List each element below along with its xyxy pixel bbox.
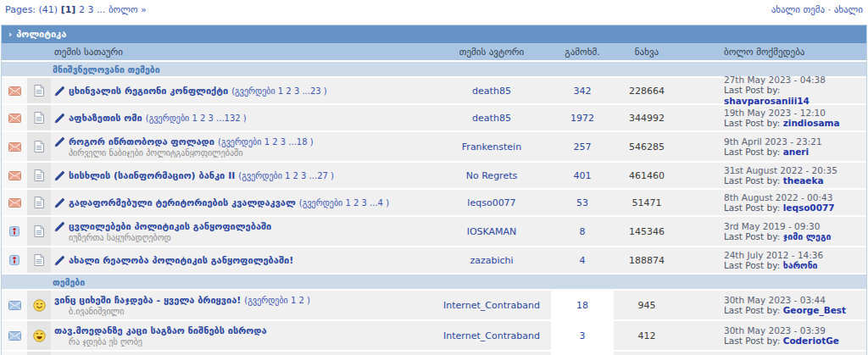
pencil-icon	[54, 113, 65, 124]
topic-title-cell: აფხაზეთის ომი (გვერდები 1 2 3 ...132 )	[51, 105, 432, 130]
topic-views-cell: 228664	[614, 78, 680, 103]
topic-title-cell: გადაფორმებული ტერიტორიების კვალდაკვალ (გ…	[51, 190, 432, 215]
last-post-cell: 24th July 2012 - 14:36 Last Post by: ხარ…	[680, 247, 866, 273]
topic-views-cell: 431	[614, 352, 680, 355]
last-post-cell: 30th May 2023 - 03:18 Last Post by: Grow…	[680, 352, 866, 355]
topic-title-cell: თავ.მოედანზე კაცი საგზაო ნიშნებს ისროდა …	[51, 321, 432, 350]
replies-count: 4	[580, 255, 586, 266]
topic-actions: ახალი თემა · ახალი	[771, 4, 863, 15]
last-post-author-link[interactable]: CoderiotGe	[783, 336, 839, 346]
row-type-cell	[27, 321, 51, 350]
topic-title-cell: ვინც ციხეში ჩაჯდება - ყველა ბრიყვია! (გვ…	[51, 291, 432, 319]
topic-title-link[interactable]: როგორ იწრთობოდა ფოლადი	[69, 136, 214, 147]
topic-author-link[interactable]: leqso0077	[467, 197, 515, 208]
topic-pages-links[interactable]: (გვერდები 1 2 3 ...23 )	[231, 86, 327, 96]
document-icon	[34, 225, 44, 237]
last-post-author-link[interactable]: George_Best	[783, 305, 846, 315]
views-count: 51471	[632, 197, 662, 208]
new-topic-link[interactable]: ახალი თემა	[771, 4, 826, 15]
topic-pages-links[interactable]: (გვერდები 1 2 3 ...132 )	[146, 114, 247, 123]
replies-column-header: გამოხმ.	[551, 47, 614, 58]
topic-author-link[interactable]: No Regrets	[466, 170, 517, 181]
forum-topic-table: › პოლიტიკა თემის სათაური თემის ავტორი გა…	[1, 25, 867, 355]
last-post-by-label: Last Post by:	[724, 202, 780, 213]
row-status-cell	[2, 190, 27, 215]
new-poll-link[interactable]: ახალი	[834, 4, 863, 15]
last-post-date: 3rd May 2019 - 09:30	[724, 221, 866, 231]
topic-title-link[interactable]: ახალი რეალობა პოლიტიკის განყოფილებაში!	[69, 255, 293, 266]
topic-replies-cell: 4	[551, 352, 614, 355]
topic-pages-links[interactable]: (გვერდები 1 2 3 ...27 )	[238, 171, 334, 180]
topic-author-link[interactable]: zazabichi	[470, 255, 513, 266]
topic-author-link[interactable]: Frankenstein	[462, 141, 521, 153]
collapse-arrow-icon[interactable]: ›	[8, 30, 12, 39]
last-post-by-label: Last Post by:	[724, 231, 780, 241]
section-rows: ვინც ციხეში ჩაჯდება - ყველა ბრიყვია! (გვ…	[2, 291, 866, 355]
envelope-orange-icon	[8, 86, 21, 96]
row-type-cell	[27, 78, 51, 103]
section-header: თემები	[2, 275, 866, 289]
last-post-author-link[interactable]: ჯიმი ლეგი	[783, 231, 832, 241]
last-post-author-link[interactable]: ხარონი	[783, 260, 818, 270]
last-post-date: 19th May 2023 - 12:10	[724, 108, 866, 118]
pencil-icon	[54, 136, 65, 147]
envelope-orange-icon	[8, 198, 21, 208]
topic-replies-cell: 401	[551, 163, 614, 188]
topic-author-link[interactable]: death85	[472, 113, 511, 124]
last-post-author-link[interactable]: leqso0077	[783, 202, 835, 213]
topic-row: ცვლილებები პოლიტიკის განყოფილებაში იუზერ…	[2, 217, 866, 246]
last-post-author-link[interactable]: theaeka	[783, 175, 824, 186]
topic-row: როგორ იწრთობოდა ფოლადი (გვერდები 1 2 3 .…	[2, 132, 866, 161]
topic-pages-links[interactable]: (გვერდები 1 2 3 ...18 )	[218, 137, 314, 147]
top-bar: Pages: (41) [1] 2 3 ... ბოლო » ახალი თემ…	[0, 0, 868, 23]
last-post-author-link[interactable]: aneri	[783, 147, 809, 157]
topic-title-link[interactable]: თავ.მოედანზე კაცი საგზაო ნიშნებს ისროდა	[54, 325, 267, 336]
topic-subtitle: ბ.ივანიშვილი	[69, 307, 432, 316]
last-post-cell: 8th August 2022 - 00:43 Last Post by: le…	[680, 190, 866, 215]
author-column-header: თემის ავტორი	[432, 47, 551, 58]
document-icon	[34, 141, 44, 153]
topic-title-link[interactable]: ცვლილებები პოლიტიკის განყოფილებაში	[69, 221, 271, 232]
topic-author-link[interactable]: Internet_Contraband	[443, 300, 540, 311]
topic-pages-links[interactable]: (გვერდები 1 2 )	[244, 296, 310, 305]
replies-count: 53	[576, 197, 588, 208]
topic-views-cell: 945	[614, 291, 680, 319]
replies-count: 257	[574, 141, 592, 153]
topic-pages-links[interactable]: (გვერდები 1 2 3 ...4 )	[299, 198, 389, 208]
document-icon	[34, 85, 44, 97]
envelope-orange-icon	[8, 171, 21, 180]
topic-title-link[interactable]: სისხლის (საინფორმაციო) ბანკი II	[69, 170, 235, 181]
row-type-cell	[27, 352, 51, 355]
topic-title-link[interactable]: ცხინვალის რეგიონი კონფლიქტი	[69, 86, 228, 97]
topic-author-cell: Frankenstein	[432, 132, 551, 161]
views-count: 412	[638, 330, 656, 341]
topic-author-cell: Internet_Contraband	[432, 321, 551, 350]
last-page-link[interactable]: ბოლო »	[108, 4, 147, 15]
page-link-2[interactable]: 2	[79, 4, 85, 15]
topic-views-cell: 188874	[614, 247, 680, 273]
topic-title-link[interactable]: გადაფორმებული ტერიტორიების კვალდაკვალ	[69, 197, 296, 208]
document-icon	[34, 169, 44, 181]
topic-title-cell: სისხლის (საინფორმაციო) ბანკი II (გვერდებ…	[51, 163, 432, 188]
last-post-cell: 30th May 2023 - 03:39 Last Post by: Code…	[680, 321, 866, 350]
topic-replies-cell: 3	[551, 321, 614, 350]
topic-author-link[interactable]: Internet_Contraband	[443, 330, 540, 341]
topic-title-link[interactable]: აფხაზეთის ომი	[69, 113, 142, 124]
last-post-author-link[interactable]: zindiosama	[783, 118, 840, 128]
last-post-cell: 3rd May 2019 - 09:30 Last Post by: ჯიმი …	[680, 217, 866, 246]
topic-author-link[interactable]: death85	[472, 86, 511, 97]
topic-author-link[interactable]: IOSKAMAN	[467, 226, 517, 237]
replies-count: 401	[574, 170, 592, 181]
page-link-3[interactable]: 3	[87, 4, 93, 15]
last-post-cell: 9th April 2023 - 23:21 Last Post by: ane…	[680, 132, 866, 161]
pencil-icon	[54, 197, 65, 208]
topic-subtitle: პირველი ნაბიჯები პოლიტგანყოფილებაში	[69, 148, 432, 158]
topic-title-link[interactable]: ვინც ციხეში ჩაჯდება - ყველა ბრიყვია!	[54, 295, 241, 306]
topic-subtitle: რა ჯდება ეს ღობე	[69, 337, 432, 347]
topic-views-cell: 461460	[614, 163, 680, 188]
pages-label: Pages: (41)	[5, 4, 58, 15]
replies-count: 18	[576, 300, 588, 311]
category-header-bar[interactable]: › პოლიტიკა	[2, 25, 866, 43]
envelope-blue-icon	[8, 331, 21, 341]
topic-row: თავ.მოედანზე კაცი საგზაო ნიშნებს ისროდა …	[2, 321, 866, 350]
